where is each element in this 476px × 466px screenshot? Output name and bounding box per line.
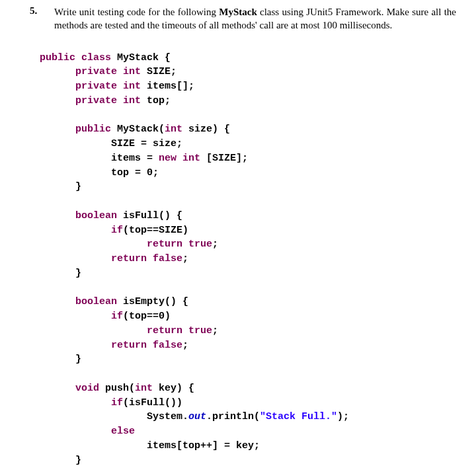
semi: ;	[182, 253, 188, 264]
method-isfull: isFull() {	[117, 210, 182, 221]
sp	[177, 153, 182, 164]
field-items: items[];	[141, 81, 194, 92]
indent	[40, 124, 75, 135]
indent	[40, 296, 75, 307]
kw-boolean: boolean	[75, 210, 117, 221]
ctor-head: MyStack(	[111, 124, 165, 135]
println-tail: );	[337, 411, 349, 422]
page: 5. Write unit testing code for the follo…	[0, 0, 476, 466]
indent	[40, 397, 111, 408]
ctor-tail: size) {	[182, 124, 230, 135]
cond-top-size: (top==SIZE)	[123, 225, 188, 236]
sp	[117, 95, 123, 106]
cond-top-zero: (top==0)	[123, 311, 171, 322]
kw-int: int	[182, 153, 200, 164]
indent	[40, 383, 75, 394]
sp	[75, 52, 81, 63]
kw-return: return	[147, 239, 182, 250]
kw-int: int	[165, 124, 182, 135]
kw-public: public	[40, 52, 75, 63]
sp	[182, 325, 188, 336]
indent	[40, 426, 111, 437]
kw-if: if	[111, 225, 123, 236]
cond-isfull: (isFull())	[123, 397, 182, 408]
indent	[40, 210, 75, 221]
kw-return: return	[111, 253, 147, 264]
close-brace: }	[40, 354, 81, 365]
kw-if: if	[111, 397, 123, 408]
kw-return: return	[111, 340, 147, 351]
indent	[40, 311, 111, 322]
kw-int: int	[123, 66, 141, 77]
kw-new: new	[159, 153, 177, 164]
method-push-tail: key) {	[153, 383, 194, 394]
field-top: top;	[141, 95, 171, 106]
decl-class: MyStack {	[111, 52, 171, 63]
kw-void: void	[75, 383, 99, 394]
kw-false: false	[153, 253, 182, 264]
kw-private: private	[75, 81, 117, 92]
close-brace: }	[40, 181, 81, 192]
code-block: public class MyStack { private int SIZE;…	[40, 51, 463, 467]
sp	[117, 81, 123, 92]
field-size: SIZE;	[141, 66, 177, 77]
question-text: Write unit testing code for the followin…	[54, 5, 456, 32]
sp	[117, 66, 123, 77]
sp	[147, 253, 153, 264]
string-stack-full: "Stack Full."	[260, 411, 337, 422]
println-head: System.	[40, 411, 188, 422]
indent	[40, 81, 75, 92]
indent	[40, 95, 75, 106]
question-pre: Write unit testing code for the followin…	[54, 7, 219, 17]
println-mid: .println(	[206, 411, 260, 422]
kw-private: private	[75, 66, 117, 77]
kw-class: class	[81, 52, 111, 63]
stmt-size-assign: SIZE = size;	[40, 138, 182, 149]
close-brace: }	[40, 455, 81, 466]
kw-return: return	[147, 325, 182, 336]
method-push-head: push(	[99, 383, 135, 394]
indent	[40, 253, 111, 264]
indent	[40, 66, 75, 77]
question-classname: MyStack	[219, 7, 257, 17]
question-number: 5.	[30, 5, 37, 17]
semi: ;	[212, 325, 218, 336]
kw-int: int	[123, 95, 141, 106]
indent	[40, 239, 147, 250]
kw-false: false	[153, 340, 182, 351]
indent	[40, 225, 111, 236]
kw-else: else	[111, 426, 135, 437]
kw-int: int	[123, 81, 141, 92]
kw-true: true	[188, 239, 212, 250]
sp	[147, 340, 153, 351]
kw-int: int	[135, 383, 153, 394]
close-brace: }	[40, 268, 81, 279]
sp	[182, 239, 188, 250]
stmt-items-push: items[top++] = key;	[40, 440, 260, 451]
kw-if: if	[111, 311, 123, 322]
kw-true: true	[188, 325, 212, 336]
kw-boolean: boolean	[75, 296, 117, 307]
static-out: out	[188, 411, 206, 422]
kw-private: private	[75, 95, 117, 106]
indent	[40, 340, 111, 351]
indent	[40, 325, 147, 336]
method-isempty: isEmpty() {	[117, 296, 188, 307]
kw-public: public	[75, 124, 111, 135]
semi: ;	[182, 340, 188, 351]
stmt-top-zero: top = 0;	[40, 167, 159, 178]
stmt-items-tail: [SIZE];	[200, 153, 248, 164]
stmt-items-eq: items =	[40, 153, 159, 164]
semi: ;	[212, 239, 218, 250]
